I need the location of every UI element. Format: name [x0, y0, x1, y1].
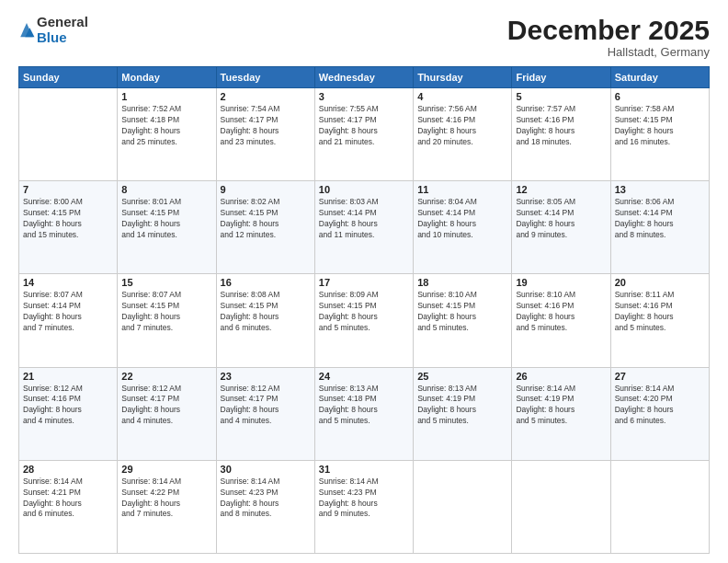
- day-number: 21: [23, 371, 113, 382]
- col-monday: Monday: [118, 67, 216, 88]
- day-number: 15: [121, 277, 211, 288]
- calendar-cell: 31Sunrise: 8:14 AMSunset: 4:23 PMDayligh…: [314, 460, 413, 553]
- calendar-cell: 1Sunrise: 7:52 AMSunset: 4:18 PMDaylight…: [118, 88, 216, 181]
- day-number: 19: [516, 277, 606, 288]
- day-number: 18: [417, 277, 507, 288]
- day-info: Sunrise: 8:13 AMSunset: 4:18 PMDaylight:…: [319, 384, 409, 428]
- day-info: Sunrise: 7:57 AMSunset: 4:16 PMDaylight:…: [516, 104, 606, 148]
- logo-text: General Blue: [37, 15, 88, 45]
- calendar-cell: 6Sunrise: 7:58 AMSunset: 4:15 PMDaylight…: [610, 88, 709, 181]
- col-wednesday: Wednesday: [314, 67, 413, 88]
- calendar-cell: 24Sunrise: 8:13 AMSunset: 4:18 PMDayligh…: [314, 367, 413, 460]
- day-info: Sunrise: 8:03 AMSunset: 4:14 PMDaylight:…: [319, 197, 409, 241]
- week-row-0: 1Sunrise: 7:52 AMSunset: 4:18 PMDaylight…: [19, 88, 710, 181]
- col-tuesday: Tuesday: [216, 67, 314, 88]
- day-info: Sunrise: 8:04 AMSunset: 4:14 PMDaylight:…: [417, 197, 507, 241]
- day-info: Sunrise: 8:12 AMSunset: 4:17 PMDaylight:…: [121, 384, 211, 428]
- calendar-cell: 18Sunrise: 8:10 AMSunset: 4:15 PMDayligh…: [414, 274, 512, 367]
- calendar-cell: 8Sunrise: 8:01 AMSunset: 4:15 PMDaylight…: [118, 181, 216, 274]
- day-info: Sunrise: 8:07 AMSunset: 4:14 PMDaylight:…: [23, 290, 113, 334]
- calendar-cell: 29Sunrise: 8:14 AMSunset: 4:22 PMDayligh…: [118, 460, 216, 553]
- day-info: Sunrise: 8:10 AMSunset: 4:16 PMDaylight:…: [516, 290, 606, 334]
- calendar-cell: 5Sunrise: 7:57 AMSunset: 4:16 PMDaylight…: [512, 88, 610, 181]
- week-row-2: 14Sunrise: 8:07 AMSunset: 4:14 PMDayligh…: [19, 274, 710, 367]
- day-info: Sunrise: 8:14 AMSunset: 4:21 PMDaylight:…: [23, 477, 113, 521]
- calendar-cell: 17Sunrise: 8:09 AMSunset: 4:15 PMDayligh…: [314, 274, 413, 367]
- day-number: 24: [319, 371, 409, 382]
- calendar-cell: 26Sunrise: 8:14 AMSunset: 4:19 PMDayligh…: [512, 367, 610, 460]
- day-number: 7: [23, 184, 113, 195]
- calendar-cell: 23Sunrise: 8:12 AMSunset: 4:17 PMDayligh…: [216, 367, 314, 460]
- day-info: Sunrise: 8:09 AMSunset: 4:15 PMDaylight:…: [319, 290, 409, 334]
- day-info: Sunrise: 8:07 AMSunset: 4:15 PMDaylight:…: [121, 290, 211, 334]
- day-info: Sunrise: 8:08 AMSunset: 4:15 PMDaylight:…: [221, 290, 311, 334]
- day-number: 28: [23, 464, 113, 475]
- calendar-cell: 13Sunrise: 8:06 AMSunset: 4:14 PMDayligh…: [610, 181, 709, 274]
- day-info: Sunrise: 8:14 AMSunset: 4:20 PMDaylight:…: [615, 384, 705, 428]
- calendar-cell: 30Sunrise: 8:14 AMSunset: 4:23 PMDayligh…: [216, 460, 314, 553]
- day-number: 29: [121, 464, 211, 475]
- day-info: Sunrise: 7:58 AMSunset: 4:15 PMDaylight:…: [615, 104, 705, 148]
- day-number: 1: [121, 91, 211, 102]
- calendar-cell: [414, 460, 512, 553]
- day-number: 31: [319, 464, 409, 475]
- day-info: Sunrise: 8:14 AMSunset: 4:22 PMDaylight:…: [121, 477, 211, 521]
- day-info: Sunrise: 8:01 AMSunset: 4:15 PMDaylight:…: [121, 197, 211, 241]
- day-info: Sunrise: 8:02 AMSunset: 4:15 PMDaylight:…: [221, 197, 311, 241]
- day-number: 13: [615, 184, 705, 195]
- day-number: 8: [121, 184, 211, 195]
- week-row-4: 28Sunrise: 8:14 AMSunset: 4:21 PMDayligh…: [19, 460, 710, 553]
- title-block: December 2025 Hallstadt, Germany: [507, 15, 710, 59]
- calendar-cell: 16Sunrise: 8:08 AMSunset: 4:15 PMDayligh…: [216, 274, 314, 367]
- day-number: 17: [319, 277, 409, 288]
- logo-general-text: General: [37, 15, 88, 30]
- day-info: Sunrise: 8:11 AMSunset: 4:16 PMDaylight:…: [615, 290, 705, 334]
- calendar-cell: [610, 460, 709, 553]
- calendar-cell: 25Sunrise: 8:13 AMSunset: 4:19 PMDayligh…: [414, 367, 512, 460]
- day-info: Sunrise: 8:14 AMSunset: 4:23 PMDaylight:…: [319, 477, 409, 521]
- calendar-cell: 19Sunrise: 8:10 AMSunset: 4:16 PMDayligh…: [512, 274, 610, 367]
- header: General Blue December 2025 Hallstadt, Ge…: [18, 15, 710, 59]
- day-number: 5: [516, 91, 606, 102]
- location-subtitle: Hallstadt, Germany: [507, 45, 710, 59]
- day-number: 3: [319, 91, 409, 102]
- day-info: Sunrise: 7:55 AMSunset: 4:17 PMDaylight:…: [319, 104, 409, 148]
- day-info: Sunrise: 7:54 AMSunset: 4:17 PMDaylight:…: [221, 104, 311, 148]
- day-number: 16: [221, 277, 311, 288]
- day-info: Sunrise: 8:12 AMSunset: 4:16 PMDaylight:…: [23, 384, 113, 428]
- day-number: 9: [221, 184, 311, 195]
- calendar-cell: 27Sunrise: 8:14 AMSunset: 4:20 PMDayligh…: [610, 367, 709, 460]
- calendar-cell: 15Sunrise: 8:07 AMSunset: 4:15 PMDayligh…: [118, 274, 216, 367]
- calendar-cell: 11Sunrise: 8:04 AMSunset: 4:14 PMDayligh…: [414, 181, 512, 274]
- calendar-cell: 7Sunrise: 8:00 AMSunset: 4:15 PMDaylight…: [19, 181, 118, 274]
- day-info: Sunrise: 7:52 AMSunset: 4:18 PMDaylight:…: [121, 104, 211, 148]
- calendar-cell: 10Sunrise: 8:03 AMSunset: 4:14 PMDayligh…: [314, 181, 413, 274]
- day-number: 14: [23, 277, 113, 288]
- calendar-cell: 12Sunrise: 8:05 AMSunset: 4:14 PMDayligh…: [512, 181, 610, 274]
- calendar-cell: [512, 460, 610, 553]
- day-number: 11: [417, 184, 507, 195]
- day-info: Sunrise: 8:06 AMSunset: 4:14 PMDaylight:…: [615, 197, 705, 241]
- day-number: 12: [516, 184, 606, 195]
- day-info: Sunrise: 8:13 AMSunset: 4:19 PMDaylight:…: [417, 384, 507, 428]
- day-info: Sunrise: 8:14 AMSunset: 4:19 PMDaylight:…: [516, 384, 606, 428]
- day-number: 27: [615, 371, 705, 382]
- day-number: 4: [417, 91, 507, 102]
- header-row: Sunday Monday Tuesday Wednesday Thursday…: [19, 67, 710, 88]
- calendar-cell: 14Sunrise: 8:07 AMSunset: 4:14 PMDayligh…: [19, 274, 118, 367]
- logo: General Blue: [18, 15, 88, 45]
- calendar-cell: 9Sunrise: 8:02 AMSunset: 4:15 PMDaylight…: [216, 181, 314, 274]
- col-saturday: Saturday: [610, 67, 709, 88]
- calendar-cell: 3Sunrise: 7:55 AMSunset: 4:17 PMDaylight…: [314, 88, 413, 181]
- calendar-cell: 22Sunrise: 8:12 AMSunset: 4:17 PMDayligh…: [118, 367, 216, 460]
- day-number: 2: [221, 91, 311, 102]
- logo-icon: [18, 18, 35, 39]
- calendar-cell: 21Sunrise: 8:12 AMSunset: 4:16 PMDayligh…: [19, 367, 118, 460]
- calendar-cell: 4Sunrise: 7:56 AMSunset: 4:16 PMDaylight…: [414, 88, 512, 181]
- day-number: 10: [319, 184, 409, 195]
- day-number: 23: [221, 371, 311, 382]
- week-row-3: 21Sunrise: 8:12 AMSunset: 4:16 PMDayligh…: [19, 367, 710, 460]
- day-info: Sunrise: 8:14 AMSunset: 4:23 PMDaylight:…: [221, 477, 311, 521]
- day-number: 25: [417, 371, 507, 382]
- calendar-cell: 2Sunrise: 7:54 AMSunset: 4:17 PMDaylight…: [216, 88, 314, 181]
